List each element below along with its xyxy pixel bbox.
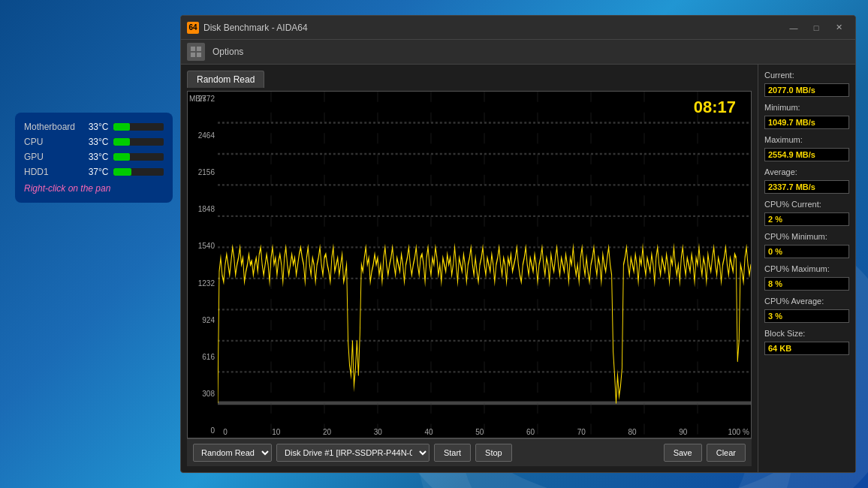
tab-random-read[interactable]: Random Read	[187, 71, 264, 88]
bottom-controls: Random Read Disk Drive #1 [IRP-SSDPR-P44…	[187, 438, 752, 466]
restore-button[interactable]: □	[806, 20, 827, 35]
time-display: 08:17	[694, 98, 736, 117]
sensor-label-motherboard: Motherboard	[24, 122, 85, 132]
x-label-0: 0	[219, 428, 231, 436]
sensor-row-cpu: CPU 33°C	[24, 137, 164, 147]
sensor-bar-bg-motherboard	[113, 123, 164, 131]
close-button[interactable]: ✕	[828, 20, 849, 35]
x-label-50: 50	[474, 428, 486, 436]
cpu-average-value: 3 %	[764, 309, 849, 323]
start-button[interactable]: Start	[434, 444, 471, 462]
cpu-current-label: CPU% Current:	[764, 200, 849, 209]
x-label-20: 20	[321, 428, 333, 436]
sensor-bar-motherboard	[113, 123, 130, 131]
average-value: 2337.7 MB/s	[764, 180, 849, 194]
tab-bar: Random Read	[187, 71, 752, 88]
minimum-label: Minimum:	[764, 103, 849, 112]
sensor-row-motherboard: Motherboard 33°C	[24, 122, 164, 132]
desktop: Motherboard 33°C CPU 33°C GPU 33°C HDD1 …	[0, 0, 868, 488]
options-menu[interactable]: Options	[208, 45, 248, 59]
save-button[interactable]: Save	[664, 444, 702, 462]
block-size-value: 64 KB	[764, 342, 849, 355]
svg-rect-2	[191, 53, 195, 57]
sensor-temp-hdd1: 37°C	[85, 167, 109, 177]
right-click-hint: Right-click on the pan	[24, 183, 164, 194]
y-label-1540: 1540	[188, 242, 215, 250]
stop-button[interactable]: Stop	[475, 444, 512, 462]
content-area: Random Read MB/s 2772 2464 2156 1848 154…	[181, 65, 855, 472]
sensor-label-cpu: CPU	[24, 137, 85, 147]
sensor-bar-cpu	[113, 138, 130, 146]
sensor-temp-motherboard: 33°C	[85, 122, 109, 132]
cpu-minimum-value: 0 %	[764, 245, 849, 258]
y-label-924: 924	[188, 316, 215, 324]
disk-drive-select[interactable]: Disk Drive #1 [IRP-SSDPR-P44N-01T-30] (9…	[276, 444, 429, 462]
app-menu-icon	[187, 43, 205, 61]
x-label-30: 30	[372, 428, 384, 436]
x-label-80: 80	[626, 428, 638, 436]
minimize-button[interactable]: —	[783, 20, 804, 35]
x-label-100: 100 %	[728, 428, 749, 436]
sensor-row-gpu: GPU 33°C	[24, 152, 164, 162]
y-label-2464: 2464	[188, 131, 215, 140]
svg-rect-0	[191, 47, 195, 51]
y-label-616: 616	[188, 353, 215, 361]
y-axis-unit-label: MB/s	[189, 95, 206, 103]
sensor-bar-gpu	[113, 153, 130, 161]
x-label-90: 90	[677, 428, 689, 436]
window-controls: — □ ✕	[783, 20, 849, 35]
cpu-average-label: CPU% Average:	[764, 297, 849, 306]
title-bar: 64 Disk Benchmark - AIDA64 — □ ✕	[181, 16, 855, 40]
chart-svg	[218, 92, 751, 438]
y-label-1232: 1232	[188, 279, 215, 288]
sensor-bar-hdd1	[113, 168, 132, 176]
sensor-bar-bg-cpu	[113, 138, 164, 146]
title-bar-left: 64 Disk Benchmark - AIDA64	[187, 22, 308, 34]
maximum-label: Maximum:	[764, 135, 849, 144]
current-label: Current:	[764, 71, 849, 80]
x-label-10: 10	[270, 428, 282, 436]
main-window: 64 Disk Benchmark - AIDA64 — □ ✕ Options	[180, 15, 856, 473]
cpu-minimum-label: CPU% Minimum:	[764, 232, 849, 241]
sensor-temp-gpu: 33°C	[85, 152, 109, 162]
y-label-308: 308	[188, 390, 215, 398]
svg-rect-1	[197, 47, 201, 51]
y-axis: 2772 2464 2156 1848 1540 1232 924 616 30…	[188, 92, 218, 438]
sensor-row-hdd1: HDD1 37°C	[24, 167, 164, 177]
cpu-maximum-label: CPU% Maximum:	[764, 264, 849, 273]
svg-rect-3	[197, 53, 201, 57]
sensor-bar-bg-gpu	[113, 153, 164, 161]
current-value: 2077.0 MB/s	[764, 83, 849, 97]
y-label-2156: 2156	[188, 168, 215, 176]
maximum-value: 2554.9 MB/s	[764, 148, 849, 161]
x-label-60: 60	[525, 428, 537, 436]
block-size-label: Block Size:	[764, 329, 849, 338]
x-label-70: 70	[575, 428, 587, 436]
graph-section: Random Read MB/s 2772 2464 2156 1848 154…	[181, 65, 758, 472]
sensor-label-gpu: GPU	[24, 152, 85, 162]
clear-button[interactable]: Clear	[707, 444, 746, 462]
chart-plot: 08:17	[218, 92, 751, 438]
menu-bar: Options	[181, 40, 855, 65]
x-label-40: 40	[423, 428, 435, 436]
window-title: Disk Benchmark - AIDA64	[203, 23, 308, 33]
average-label: Average:	[764, 167, 849, 176]
y-label-1848: 1848	[188, 205, 215, 213]
y-label-0: 0	[188, 426, 215, 435]
app-icon: 64	[187, 22, 199, 34]
chart-inner: 2772 2464 2156 1848 1540 1232 924 616 30…	[188, 92, 751, 438]
cpu-current-value: 2 %	[764, 212, 849, 226]
cpu-maximum-value: 8 %	[764, 277, 849, 291]
minimum-value: 1049.7 MB/s	[764, 116, 849, 129]
sensor-label-hdd1: HDD1	[24, 167, 85, 177]
stats-panel: Current: 2077.0 MB/s Minimum: 1049.7 MB/…	[758, 65, 855, 472]
sensor-temp-cpu: 33°C	[85, 137, 109, 147]
sensor-panel: Motherboard 33°C CPU 33°C GPU 33°C HDD1 …	[15, 113, 173, 203]
benchmark-type-select[interactable]: Random Read	[193, 444, 272, 462]
sensor-bar-bg-hdd1	[113, 168, 164, 176]
chart-container: MB/s 2772 2464 2156 1848 1540 1232 924 6…	[187, 91, 752, 438]
